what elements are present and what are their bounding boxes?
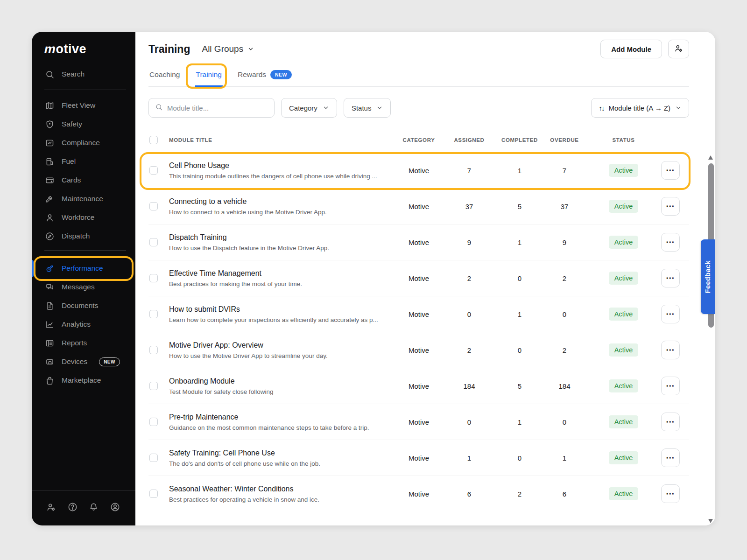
table-row-effective-time-management[interactable]: Effective Time ManagementBest practices …	[148, 260, 689, 296]
vertical-scrollbar[interactable]	[708, 154, 714, 525]
table-row-connecting-to-a-vehicle[interactable]: Connecting to a vehicleHow to connect to…	[148, 188, 689, 224]
row-actions-button[interactable]: ⋯	[661, 448, 680, 467]
table-row-cell-phone-usage[interactable]: Cell Phone UsageThis training module out…	[148, 152, 689, 188]
actions-cell: ⋯	[661, 197, 689, 216]
completed-cell: 0	[496, 274, 543, 282]
actions-cell: ⋯	[661, 305, 689, 323]
search-icon	[155, 103, 163, 113]
add-module-button[interactable]: Add Module	[600, 40, 662, 58]
row-actions-button[interactable]: ⋯	[661, 197, 680, 216]
group-filter-label: All Groups	[202, 44, 243, 54]
table-row-safety-training-cell-phone-use[interactable]: Safety Training: Cell Phone UseThe do's …	[148, 440, 689, 476]
sidebar-item-devices[interactable]: DevicesNEW	[32, 352, 135, 371]
row-checkbox[interactable]	[149, 274, 158, 282]
row-checkbox[interactable]	[149, 490, 158, 498]
completed-cell: 5	[496, 382, 543, 390]
status-cell: Active	[586, 308, 661, 321]
row-checkbox[interactable]	[149, 418, 158, 426]
chat-icon	[44, 282, 55, 292]
actions-cell: ⋯	[661, 233, 689, 252]
category-cell: Motive	[395, 310, 442, 318]
user-settings-icon[interactable]	[46, 502, 56, 512]
sidebar-item-reports[interactable]: Reports	[32, 334, 135, 352]
row-actions-button[interactable]: ⋯	[661, 341, 680, 359]
select-all-checkbox[interactable]	[149, 136, 158, 144]
row-checkbox[interactable]	[149, 346, 158, 354]
sidebar-item-label: Marketplace	[62, 376, 101, 385]
row-actions-button[interactable]: ⋯	[661, 161, 680, 180]
row-actions-button[interactable]: ⋯	[661, 413, 680, 431]
help-icon[interactable]	[67, 502, 78, 512]
module-description: Guidance on the most common maintenance …	[169, 424, 381, 431]
table-row-motive-driver-app-overview[interactable]: Motive Driver App: OverviewHow to use th…	[148, 332, 689, 368]
wrench-icon	[44, 194, 55, 204]
module-search-field[interactable]	[148, 98, 275, 118]
category-dropdown[interactable]: Category	[281, 98, 337, 118]
group-filter-dropdown[interactable]: All Groups	[202, 44, 254, 54]
tab-coaching[interactable]: Coaching	[148, 65, 181, 87]
row-checkbox[interactable]	[149, 310, 158, 318]
row-checkbox[interactable]	[149, 202, 158, 210]
assign-settings-button[interactable]	[668, 40, 689, 58]
sidebar-item-maintenance[interactable]: Maintenance	[32, 189, 135, 208]
sidebar-item-dispatch[interactable]: Dispatch	[32, 227, 135, 245]
row-checkbox[interactable]	[149, 238, 158, 246]
module-search-input[interactable]	[167, 104, 268, 112]
status-dropdown[interactable]: Status	[344, 98, 391, 118]
sidebar-item-analytics[interactable]: Analytics	[32, 315, 135, 334]
sidebar-item-cards[interactable]: Cards	[32, 171, 135, 189]
sidebar-item-label: Devices	[62, 357, 87, 366]
table-row-onboarding-module[interactable]: Onboarding ModuleTest Module for safety …	[148, 368, 689, 404]
row-actions-button[interactable]: ⋯	[661, 484, 680, 503]
scroll-down-arrow[interactable]	[708, 519, 713, 523]
sidebar-item-search[interactable]: Search	[32, 65, 135, 84]
status-badge: Active	[609, 343, 639, 357]
tab-rewards[interactable]: Rewards NEW	[237, 65, 293, 87]
sidebar-item-label: Fuel	[62, 157, 76, 166]
sidebar-item-fleet-view[interactable]: Fleet View	[32, 96, 135, 115]
sort-dropdown[interactable]: ↑↓ Module title (A → Z)	[591, 98, 689, 118]
row-checkbox[interactable]	[149, 454, 158, 462]
sidebar-footer-icons	[32, 490, 135, 525]
bell-icon[interactable]	[88, 502, 99, 512]
sidebar-item-workforce[interactable]: Workforce	[32, 208, 135, 227]
scroll-up-arrow[interactable]	[708, 155, 713, 160]
table-row-dispatch-training[interactable]: Dispatch TrainingHow to use the Dispatch…	[148, 224, 689, 260]
account-icon[interactable]	[110, 502, 120, 512]
status-badge: Active	[609, 200, 639, 213]
module-title: Motive Driver App: Overview	[169, 341, 381, 350]
status-cell: Active	[586, 343, 661, 357]
row-actions-button[interactable]: ⋯	[661, 305, 680, 323]
sidebar-item-label: Maintenance	[62, 195, 103, 203]
module-title: Cell Phone Usage	[169, 161, 381, 170]
completed-cell: 1	[496, 418, 543, 426]
sidebar-item-marketplace[interactable]: Marketplace	[32, 371, 135, 390]
sidebar-item-compliance[interactable]: Compliance	[32, 133, 135, 152]
row-actions-button[interactable]: ⋯	[661, 233, 680, 252]
overdue-cell: 2	[543, 274, 586, 282]
row-checkbox[interactable]	[149, 166, 158, 175]
tab-training[interactable]: Training	[195, 65, 223, 87]
feedback-tab[interactable]: Feedback	[701, 239, 715, 314]
row-checkbox[interactable]	[149, 382, 158, 390]
completed-cell: 5	[496, 203, 543, 210]
module-title-cell: Motive Driver App: OverviewHow to use th…	[169, 341, 395, 359]
sidebar-item-documents[interactable]: Documents	[32, 296, 135, 315]
category-cell: Motive	[395, 346, 442, 354]
sort-arrows-icon: ↑↓	[599, 104, 604, 112]
sidebar-item-messages[interactable]: Messages	[32, 278, 135, 296]
module-title: Onboarding Module	[169, 377, 381, 385]
sidebar-item-label: Workforce	[62, 213, 94, 222]
app-window: motive Search Fleet ViewSafetyCompliance…	[32, 32, 715, 525]
document-icon	[44, 301, 55, 311]
sidebar-item-performance[interactable]: Performance	[32, 259, 135, 278]
row-actions-button[interactable]: ⋯	[661, 269, 680, 287]
table-row-how-to-submit-dvirs[interactable]: How to submit DVIRsLearn how to complete…	[148, 296, 689, 332]
sidebar-item-safety[interactable]: Safety	[32, 115, 135, 133]
sidebar: motive Search Fleet ViewSafetyCompliance…	[32, 32, 135, 525]
sidebar-item-fuel[interactable]: Fuel	[32, 152, 135, 171]
row-actions-button[interactable]: ⋯	[661, 377, 680, 395]
table-row-pre-trip-maintenance[interactable]: Pre-trip MaintenanceGuidance on the most…	[148, 404, 689, 440]
table-row-seasonal-weather-winter-conditions[interactable]: Seasonal Weather: Winter ConditionsBest …	[148, 476, 689, 511]
tab-bar: Coaching Training Rewards NEW	[148, 65, 689, 87]
